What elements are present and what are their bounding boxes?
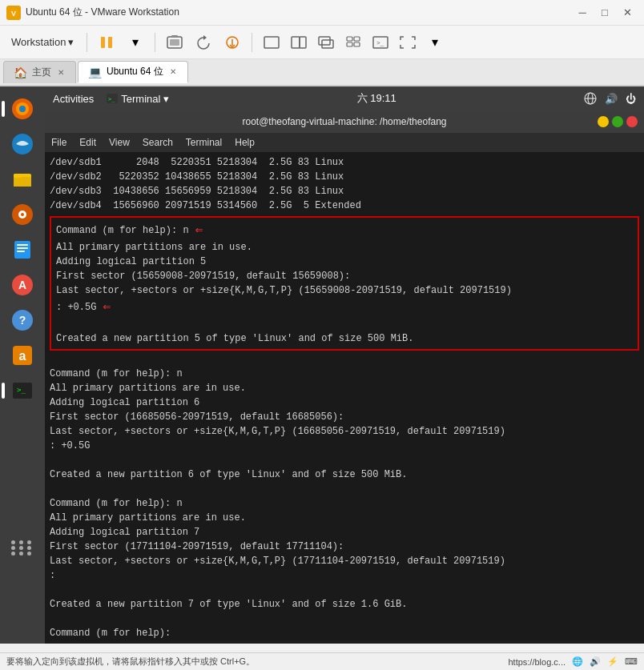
terminal-maximize[interactable]	[612, 116, 623, 127]
workstation-menu[interactable]: Workstation ▾	[5, 33, 80, 51]
snapshot-button[interactable]	[162, 30, 187, 55]
terminal-window: root@theofang-virtual-machine: /home/the…	[45, 110, 644, 644]
ubuntu-bar-right: 🔊 ⏻	[584, 92, 636, 105]
status-url: https://blog.c...	[508, 657, 566, 667]
menu-help[interactable]: Help	[235, 137, 255, 148]
t-line-blank-1	[50, 352, 639, 367]
dock-firefox[interactable]	[6, 93, 38, 125]
dock-libreoffice[interactable]	[6, 234, 38, 266]
workstation-label: Workstation	[11, 36, 66, 48]
t-line-cmd6: Command (m for help): n	[50, 367, 639, 381]
vm-icon-1[interactable]	[259, 30, 284, 55]
dock-thunderbird[interactable]	[6, 128, 38, 160]
vm-fullscreen-dropdown[interactable]: ▾	[422, 30, 448, 55]
t-line-p7-3: First sector (17711104-20971519, default…	[50, 540, 639, 554]
svg-rect-5	[170, 39, 179, 46]
vm-fullscreen-icon[interactable]	[395, 30, 421, 55]
svg-text:?: ?	[19, 314, 26, 327]
dock-terminal[interactable]: >_	[6, 375, 38, 407]
toolbar-separator-2	[155, 33, 155, 52]
menu-edit[interactable]: Edit	[79, 137, 96, 148]
vm-console-icon[interactable]: >_	[368, 30, 393, 55]
svg-rect-31	[17, 244, 28, 246]
tab-home[interactable]: 🏠 主页 ✕	[3, 61, 76, 83]
menu-file[interactable]: File	[51, 137, 66, 148]
toolbar-dropdown-btn[interactable]: ▾	[123, 30, 148, 55]
t-line-blank-3	[50, 482, 639, 496]
t-line-p7-2: Adding logical partition 7	[50, 525, 639, 540]
svg-point-29	[21, 213, 24, 216]
vm-icon-4[interactable]	[340, 30, 366, 55]
svg-text:>_: >_	[376, 39, 384, 46]
partition-table: /dev/sdb1 2048 5220351 5218304 2.5G 83 L…	[50, 155, 639, 213]
power-icon: ⏻	[626, 93, 636, 105]
t-line-p7-4: Last sector, +sectors or +size{K,M,G,T,P…	[50, 554, 639, 568]
ubuntu-datetime: 六 19:11	[357, 91, 396, 106]
pause-button[interactable]	[94, 30, 119, 55]
hl-line-1: Command (m for help): n	[56, 223, 189, 238]
vm-window-icons: >_ ▾	[259, 30, 448, 55]
t-line-cmd7: Command (m for help): n	[50, 496, 639, 511]
ubuntu-top-bar: Activities >_ Terminal ▾ 六 19:11 🔊 ⏻	[45, 86, 644, 110]
svg-text:>_: >_	[108, 96, 115, 102]
network-status-icon: 🌐	[572, 656, 583, 667]
send-button[interactable]	[219, 30, 245, 55]
network-icon	[584, 92, 597, 105]
terminal-content[interactable]: /dev/sdb1 2048 5220351 5218304 2.5G 83 L…	[45, 152, 644, 644]
menu-view[interactable]: View	[109, 137, 130, 148]
hl-line-7	[56, 317, 633, 331]
terminal-close[interactable]	[626, 116, 638, 127]
pt-row-1: /dev/sdb1 2048 5220351 5218304 2.5G 83 L…	[50, 155, 639, 170]
volume-icon: 🔊	[605, 93, 618, 105]
activities-label[interactable]: Activities	[53, 93, 94, 105]
revert-button[interactable]	[191, 30, 216, 55]
svg-rect-9	[264, 37, 279, 48]
maximize-button[interactable]: □	[594, 4, 615, 22]
svg-rect-30	[14, 241, 30, 259]
pt-row-3: /dev/sdb3 10438656 15656959 5218304 2.5G…	[50, 184, 639, 199]
svg-rect-6	[171, 35, 178, 38]
svg-text:>_: >_	[17, 386, 26, 394]
t-line-p6-2: Adding logical partition 6	[50, 395, 639, 410]
dock-software[interactable]: A	[6, 269, 38, 301]
dock-apps-grid[interactable]	[11, 540, 34, 560]
status-right: https://blog.c... 🌐 🔊 ⚡ ⌨	[508, 656, 638, 667]
hl-line-5: Last sector, +sectors or +size{K,M,G,T,P…	[56, 283, 633, 298]
arrow-icon-2: ⇐	[103, 298, 111, 317]
close-button[interactable]: ✕	[617, 4, 638, 22]
svg-rect-32	[17, 247, 28, 249]
toolbar-separator-3	[252, 33, 252, 52]
svg-rect-16	[347, 42, 352, 46]
terminal-menu-item[interactable]: >_ Terminal ▾	[107, 93, 169, 105]
terminal-remaining: Command (m for help): n All primary part…	[50, 352, 639, 640]
keyboard-status-icon: ⌨	[625, 656, 638, 667]
menu-search[interactable]: Search	[143, 137, 173, 148]
t-line-p7-5: :	[50, 568, 639, 583]
vm-icon-2[interactable]	[286, 30, 312, 55]
toolbar-separator-1	[87, 33, 87, 52]
menu-terminal[interactable]: Terminal	[186, 137, 222, 148]
arrow-icon-1: ⇐	[195, 221, 203, 240]
main-toolbar: Workstation ▾ ▾	[0, 26, 644, 59]
window-controls: ─ □ ✕	[572, 4, 638, 22]
vm-icon-3[interactable]	[313, 30, 339, 55]
t-line-p6-1: All primary partitions are in use.	[50, 381, 639, 395]
t-line-blank-2	[50, 453, 639, 467]
minimize-button[interactable]: ─	[572, 4, 593, 22]
t-line-p6-4: Last sector, +sectors or +size{K,M,G,T,P…	[50, 424, 639, 439]
svg-text:V: V	[11, 10, 16, 18]
dock-help[interactable]: ?	[6, 304, 38, 336]
sound-status-icon: 🔊	[590, 656, 601, 667]
terminal-minimize[interactable]	[598, 116, 609, 127]
tab-ubuntu-close[interactable]: ✕	[168, 67, 178, 76]
dock-amazon[interactable]: a	[6, 339, 38, 371]
dock-rhythmbox[interactable]	[6, 199, 38, 231]
t-line-p6-5: : +0.5G	[50, 439, 639, 453]
tab-home-close[interactable]: ✕	[56, 68, 66, 77]
svg-rect-26	[14, 174, 22, 178]
terminal-arrow: ▾	[163, 93, 169, 105]
svg-rect-10	[292, 37, 300, 48]
dock-files[interactable]	[6, 163, 38, 195]
svg-rect-11	[300, 37, 306, 48]
tab-ubuntu[interactable]: 💻 Ubuntu 64 位 ✕	[78, 61, 188, 83]
